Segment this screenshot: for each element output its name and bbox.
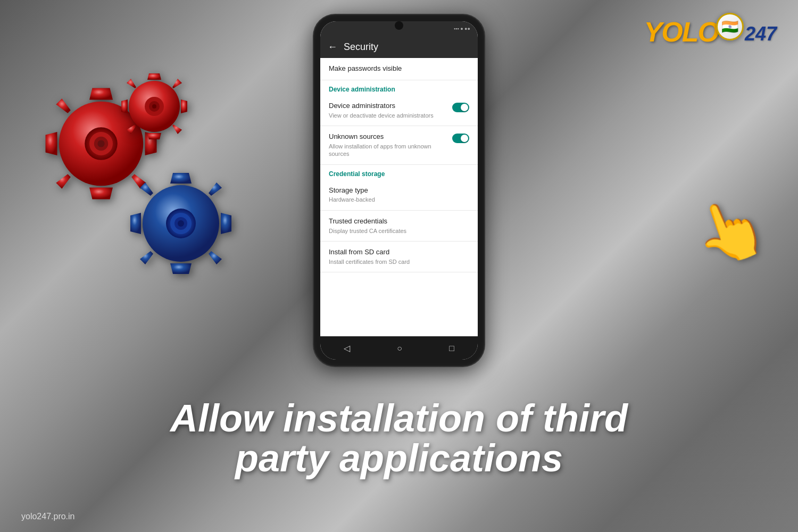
trusted-credentials-title: Trusted credentials xyxy=(329,217,469,226)
logo-247: 247 xyxy=(745,23,777,45)
status-icons: ▪▪▪ ● ●● xyxy=(454,26,470,31)
install-sdcard-title: Install from SD card xyxy=(329,248,469,257)
nav-recents-icon[interactable]: □ xyxy=(449,344,454,353)
bottom-headline-area: Allow installation of third party applic… xyxy=(0,398,798,479)
install-sdcard-sub: Install certificates from SD card xyxy=(329,258,469,265)
trusted-credentials-setting[interactable]: Trusted credentials Display trusted CA c… xyxy=(320,211,478,242)
nav-back-icon[interactable]: ◁ xyxy=(344,343,350,353)
nav-home-icon[interactable]: ○ xyxy=(397,344,402,353)
device-admins-sub: View or deactivate device administrators xyxy=(329,112,448,119)
phone-header: ← Security xyxy=(320,36,478,58)
logo-flag-badge: 🇮🇳 xyxy=(716,13,744,40)
storage-type-title: Storage type xyxy=(329,186,469,195)
flag-icon: 🇮🇳 xyxy=(721,19,738,35)
make-passwords-title: Make passwords visible xyxy=(329,64,469,73)
phone-mockup: ▪▪▪ ● ●● ← Security Make passwords visib… xyxy=(314,15,484,366)
phone-screen: ▪▪▪ ● ●● ← Security Make passwords visib… xyxy=(320,21,478,360)
unknown-sources-sub: Allow installation of apps from unknown … xyxy=(329,143,448,158)
blue-gear-icon xyxy=(128,170,234,277)
device-admins-toggle[interactable] xyxy=(452,103,469,112)
logo-text: YOLO xyxy=(644,16,718,48)
storage-type-setting[interactable]: Storage type Hardware-backed xyxy=(320,180,478,211)
red-gear-small-icon xyxy=(117,69,192,144)
install-sdcard-setting[interactable]: Install from SD card Install certificate… xyxy=(320,242,478,272)
svg-point-13 xyxy=(178,220,184,227)
settings-content: Make passwords visible Device administra… xyxy=(320,58,478,336)
screen-title: Security xyxy=(344,41,378,53)
footer-url: yolo247.pro.in xyxy=(21,512,75,521)
device-admins-setting[interactable]: Device administrators View or deactivate… xyxy=(320,95,478,126)
storage-type-sub: Hardware-backed xyxy=(329,196,469,203)
device-admin-section-header: Device administration xyxy=(320,80,478,95)
logo: YOLO 🇮🇳 247 xyxy=(644,16,777,48)
headline-line2: party applications xyxy=(0,438,798,479)
device-admins-title: Device administrators xyxy=(329,102,448,111)
phone-camera xyxy=(395,21,403,30)
credential-storage-section-header: Credential storage xyxy=(320,165,478,180)
phone-outer: ▪▪▪ ● ●● ← Security Make passwords visib… xyxy=(314,15,484,366)
unknown-sources-title: Unknown sources xyxy=(329,132,448,142)
make-passwords-setting[interactable]: Make passwords visible xyxy=(320,58,478,80)
svg-point-8 xyxy=(152,104,156,109)
unknown-sources-setting[interactable]: Unknown sources Allow installation of ap… xyxy=(320,126,478,164)
phone-nav-bar: ◁ ○ □ xyxy=(320,336,478,360)
back-arrow-icon[interactable]: ← xyxy=(328,41,337,53)
trusted-credentials-sub: Display trusted CA certificates xyxy=(329,227,469,235)
svg-point-4 xyxy=(97,140,104,147)
unknown-sources-toggle[interactable] xyxy=(452,134,469,143)
headline-line1: Allow installation of third xyxy=(0,398,798,439)
